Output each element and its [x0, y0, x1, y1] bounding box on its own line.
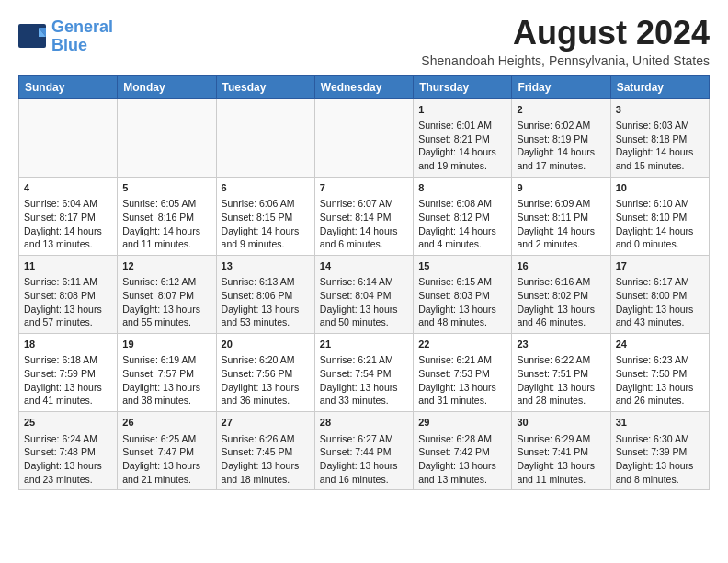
day-info: Sunset: 7:44 PM	[320, 445, 408, 459]
day-info: Daylight: 13 hours	[24, 381, 112, 395]
logo: General Blue	[18, 18, 113, 55]
day-info: Sunset: 8:18 PM	[616, 132, 704, 146]
day-info: Daylight: 13 hours	[122, 303, 210, 316]
calendar: SundayMondayTuesdayWednesdayThursdayFrid…	[18, 75, 710, 491]
calendar-week-row: 1Sunrise: 6:01 AMSunset: 8:21 PMDaylight…	[19, 98, 710, 177]
calendar-week-row: 4Sunrise: 6:04 AMSunset: 8:17 PMDaylight…	[19, 177, 710, 255]
day-info: and 23 minutes.	[24, 473, 112, 487]
calendar-cell: 20Sunrise: 6:20 AMSunset: 7:56 PMDayligh…	[216, 334, 314, 412]
day-info: Daylight: 13 hours	[616, 303, 704, 316]
day-info: and 41 minutes.	[24, 394, 112, 408]
day-info: Daylight: 13 hours	[517, 459, 605, 473]
day-info: Sunset: 8:03 PM	[418, 289, 506, 303]
calendar-cell: 22Sunrise: 6:21 AMSunset: 7:53 PMDayligh…	[414, 334, 512, 412]
day-info: and 43 minutes.	[616, 316, 704, 329]
day-info: Sunset: 8:14 PM	[320, 211, 408, 224]
day-info: Sunrise: 6:02 AM	[517, 119, 605, 132]
day-info: Sunset: 8:06 PM	[222, 289, 310, 303]
day-info: and 9 minutes.	[222, 237, 310, 251]
calendar-cell: 3Sunrise: 6:03 AMSunset: 8:18 PMDaylight…	[610, 98, 709, 177]
day-info: Daylight: 13 hours	[222, 459, 310, 473]
calendar-cell: 18Sunrise: 6:18 AMSunset: 7:59 PMDayligh…	[19, 334, 118, 412]
calendar-cell: 27Sunrise: 6:26 AMSunset: 7:45 PMDayligh…	[216, 412, 314, 490]
day-info: Daylight: 13 hours	[418, 381, 506, 395]
day-number: 11	[24, 259, 112, 273]
day-info: Sunset: 7:41 PM	[517, 445, 605, 459]
weekday-header: Tuesday	[216, 75, 314, 98]
calendar-cell: 21Sunrise: 6:21 AMSunset: 7:54 PMDayligh…	[314, 334, 413, 412]
header: General Blue August 2024 Shenandoah Heig…	[18, 15, 710, 68]
day-info: and 4 minutes.	[418, 237, 506, 251]
weekday-header: Thursday	[414, 75, 512, 98]
day-info: Daylight: 14 hours	[616, 145, 704, 159]
day-info: and 26 minutes.	[616, 394, 704, 408]
day-info: Sunrise: 6:16 AM	[517, 275, 605, 289]
day-number: 29	[418, 416, 506, 430]
day-info: Daylight: 13 hours	[122, 381, 210, 395]
day-info: Sunrise: 6:10 AM	[616, 197, 704, 211]
day-info: Sunrise: 6:06 AM	[222, 197, 310, 211]
day-info: Daylight: 14 hours	[320, 224, 408, 238]
day-number: 19	[122, 338, 210, 351]
calendar-cell: 25Sunrise: 6:24 AMSunset: 7:48 PMDayligh…	[19, 412, 118, 490]
day-number: 16	[517, 259, 605, 273]
day-number: 3	[616, 103, 704, 117]
day-info: Sunrise: 6:07 AM	[320, 197, 408, 211]
day-info: Daylight: 13 hours	[616, 459, 704, 473]
day-info: and 57 minutes.	[24, 316, 112, 329]
day-info: Sunset: 7:54 PM	[320, 367, 408, 381]
day-info: Sunset: 8:10 PM	[616, 211, 704, 224]
day-info: Sunrise: 6:28 AM	[418, 432, 506, 446]
logo-icon	[18, 24, 48, 50]
day-info: Sunrise: 6:26 AM	[222, 432, 310, 446]
day-number: 1	[418, 103, 506, 117]
day-info: Sunrise: 6:19 AM	[122, 353, 210, 367]
calendar-cell: 13Sunrise: 6:13 AMSunset: 8:06 PMDayligh…	[216, 255, 314, 333]
day-info: Sunset: 7:59 PM	[24, 367, 112, 381]
day-number: 18	[24, 338, 112, 351]
day-info: Sunrise: 6:30 AM	[616, 432, 704, 446]
day-info: Sunrise: 6:24 AM	[24, 432, 112, 446]
day-info: and 19 minutes.	[418, 159, 506, 173]
day-info: Sunset: 8:08 PM	[24, 289, 112, 303]
day-info: and 13 minutes.	[24, 237, 112, 251]
day-info: and 36 minutes.	[222, 394, 310, 408]
calendar-cell: 28Sunrise: 6:27 AMSunset: 7:44 PMDayligh…	[314, 412, 413, 490]
day-info: Sunrise: 6:05 AM	[122, 197, 210, 211]
day-info: Sunrise: 6:04 AM	[24, 197, 112, 211]
day-info: Daylight: 13 hours	[24, 303, 112, 316]
day-info: Sunrise: 6:20 AM	[222, 353, 310, 367]
calendar-cell	[314, 98, 413, 177]
weekday-header: Wednesday	[314, 75, 413, 98]
day-info: Sunset: 8:00 PM	[616, 289, 704, 303]
calendar-cell: 11Sunrise: 6:11 AMSunset: 8:08 PMDayligh…	[19, 255, 118, 333]
day-info: Sunset: 7:56 PM	[222, 367, 310, 381]
day-info: and 48 minutes.	[418, 316, 506, 329]
day-info: Daylight: 13 hours	[222, 381, 310, 395]
calendar-cell: 19Sunrise: 6:19 AMSunset: 7:57 PMDayligh…	[118, 334, 216, 412]
day-info: Sunrise: 6:12 AM	[122, 275, 210, 289]
calendar-cell: 26Sunrise: 6:25 AMSunset: 7:47 PMDayligh…	[118, 412, 216, 490]
day-info: Sunrise: 6:18 AM	[24, 353, 112, 367]
day-info: Sunset: 7:45 PM	[222, 445, 310, 459]
day-info: Sunset: 8:15 PM	[222, 211, 310, 224]
day-info: Daylight: 14 hours	[517, 145, 605, 159]
day-info: Sunrise: 6:09 AM	[517, 197, 605, 211]
day-info: Daylight: 13 hours	[517, 381, 605, 395]
day-info: Sunset: 7:47 PM	[122, 445, 210, 459]
day-info: Sunset: 7:39 PM	[616, 445, 704, 459]
day-info: and 6 minutes.	[320, 237, 408, 251]
location: Shenandoah Heights, Pennsylvania, United…	[113, 53, 710, 68]
day-info: Daylight: 13 hours	[517, 303, 605, 316]
calendar-cell: 15Sunrise: 6:15 AMSunset: 8:03 PMDayligh…	[414, 255, 512, 333]
weekday-header-row: SundayMondayTuesdayWednesdayThursdayFrid…	[19, 75, 710, 98]
day-number: 25	[24, 416, 112, 430]
day-info: Daylight: 13 hours	[320, 459, 408, 473]
day-number: 28	[320, 416, 408, 430]
day-info: and 11 minutes.	[517, 473, 605, 487]
day-number: 31	[616, 416, 704, 430]
day-number: 23	[517, 338, 605, 351]
day-info: Daylight: 13 hours	[24, 459, 112, 473]
calendar-cell: 5Sunrise: 6:05 AMSunset: 8:16 PMDaylight…	[118, 177, 216, 255]
day-info: Sunrise: 6:25 AM	[122, 432, 210, 446]
